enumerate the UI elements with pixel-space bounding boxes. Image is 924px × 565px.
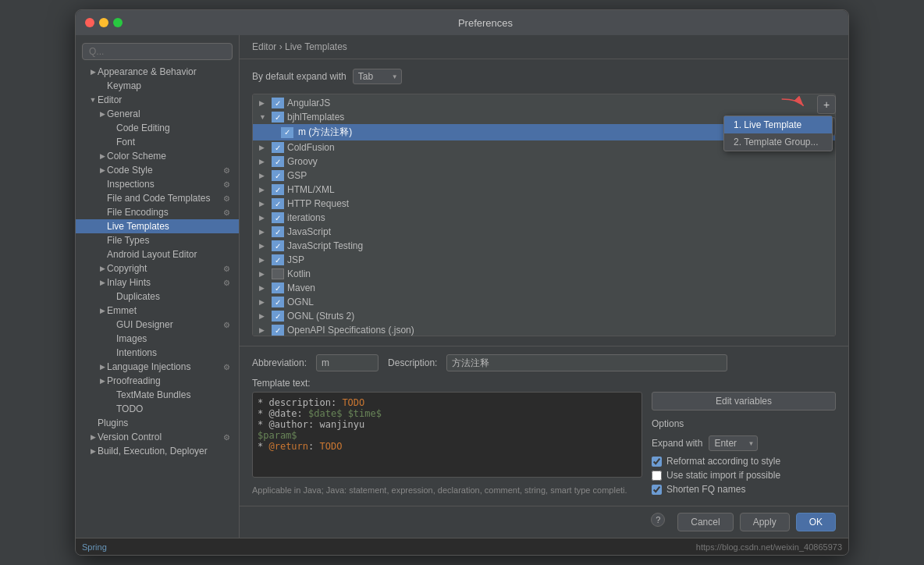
checkbox-ognl-struts[interactable]: ✓ [272,311,284,322]
help-button[interactable]: ? [651,513,665,527]
checkbox-kotlin[interactable] [272,268,284,279]
sidebar-item-appearance[interactable]: ▶ Appearance & Behavior [76,65,239,79]
arrow-icon [107,334,116,343]
bottom-section: Abbreviation: Description: Template text… [240,346,848,506]
template-group-html-xml[interactable]: ▶ ✓ HTML/XML [253,183,835,197]
sidebar-item-plugins[interactable]: Plugins [76,416,239,430]
template-group-angularjs[interactable]: ▶ ✓ AngularJS [253,96,835,110]
checkbox-iterations[interactable]: ✓ [272,212,284,223]
group-label: JavaScript [287,226,331,237]
template-group-iterations[interactable]: ▶ ✓ iterations [253,211,835,225]
checkbox-m[interactable]: ✓ [281,127,293,138]
sidebar-item-duplicates[interactable]: Duplicates [76,290,239,304]
sidebar-item-language-injections[interactable]: ▶ Language Injections ⚙ [76,360,239,374]
sidebar-item-inlay-hints[interactable]: ▶ Inlay Hints ⚙ [76,275,239,290]
checkbox-shorten-fq[interactable] [652,485,662,495]
template-group-http-request[interactable]: ▶ ✓ HTTP Request [253,197,835,211]
group-label: ColdFusion [287,142,335,153]
sidebar-item-images[interactable]: Images [76,332,239,346]
spring-label: Spring [76,542,113,552]
dropdown-item-live-template[interactable]: 1. Live Template [724,116,832,133]
template-group-jsp[interactable]: ▶ ✓ JSP [253,253,835,267]
checkbox-angularjs[interactable]: ✓ [272,98,284,108]
maximize-button[interactable] [113,18,123,27]
arrow-icon: ▶ [259,242,268,250]
ok-button[interactable]: OK [796,513,836,531]
template-group-javascript[interactable]: ▶ ✓ JavaScript [253,225,835,239]
checkbox-bjhl[interactable]: ✓ [272,112,284,123]
arrow-icon [98,208,107,217]
template-group-javascript-testing[interactable]: ▶ ✓ JavaScript Testing [253,239,835,253]
gear-icon: ⚙ [223,432,233,442]
sidebar: ▶ Appearance & Behavior Keymap ▼ Editor … [76,35,240,538]
arrow-icon: ▶ [259,270,268,278]
expand-with-label: Expand with [652,438,702,449]
description-input[interactable] [446,354,727,371]
checkbox-maven[interactable]: ✓ [272,282,284,293]
arrow-icon: ▶ [98,109,107,119]
checkbox-javascript[interactable]: ✓ [272,226,284,237]
template-line-3: * @author: wanjinyu [258,419,637,430]
item-label: m (方法注释) [298,126,352,139]
dropdown-item-template-group[interactable]: 2. Template Group... [724,133,832,151]
sidebar-item-version-control[interactable]: ▶ Version Control ⚙ [76,430,239,444]
template-group-ognl-struts[interactable]: ▶ ✓ OGNL (Struts 2) [253,309,835,323]
checkbox-groovy[interactable]: ✓ [272,156,284,167]
template-group-ognl[interactable]: ▶ ✓ OGNL [253,295,835,309]
search-input[interactable] [82,43,233,60]
template-group-maven[interactable]: ▶ ✓ Maven [253,281,835,295]
sidebar-item-proofreading[interactable]: ▶ Proofreading [76,374,239,388]
expand-select[interactable]: Tab Enter Space [353,69,402,84]
gear-icon: ⚙ [223,208,233,217]
sidebar-item-live-templates[interactable]: Live Templates [76,219,239,233]
sidebar-item-inspections[interactable]: Inspections ⚙ [76,177,239,191]
sidebar-item-file-encodings[interactable]: File Encodings ⚙ [76,205,239,219]
sidebar-item-font[interactable]: Font [76,135,239,149]
sidebar-item-file-code-templates[interactable]: File and Code Templates ⚙ [76,191,239,205]
template-group-kotlin[interactable]: ▶ Kotlin [253,267,835,281]
checkbox-http-request[interactable]: ✓ [272,198,284,209]
sidebar-item-keymap[interactable]: Keymap [76,79,239,93]
expand-with-select[interactable]: Enter Tab Space [709,435,758,451]
apply-button[interactable]: Apply [740,513,790,531]
sidebar-item-intentions[interactable]: Intentions [76,346,239,360]
group-label: Groovy [287,156,318,167]
checkbox-html-xml[interactable]: ✓ [272,184,284,195]
sidebar-item-file-types[interactable]: File Types [76,233,239,247]
checkbox-reformat[interactable] [652,457,662,467]
abbreviation-input[interactable] [316,354,378,371]
checkbox-coldfusion[interactable]: ✓ [272,142,284,153]
checkbox-static-import-row: Use static import if possible [652,470,836,481]
sidebar-item-editor[interactable]: ▼ Editor [76,93,239,107]
checkbox-openapi-json[interactable]: ✓ [272,325,284,336]
sidebar-item-code-editing[interactable]: Code Editing [76,121,239,135]
cancel-button[interactable]: Cancel [677,513,733,531]
template-group-groovy[interactable]: ▶ ✓ Groovy [253,155,835,169]
checkbox-shorten-fq-label: Shorten FQ names [666,484,745,495]
sidebar-item-color-scheme[interactable]: ▶ Color Scheme [76,149,239,163]
minimize-button[interactable] [99,18,108,27]
checkbox-jsp[interactable]: ✓ [272,254,284,265]
sidebar-item-build-execution[interactable]: ▶ Build, Execution, Deployer [76,444,239,458]
sidebar-item-textmate-bundles[interactable]: TextMate Bundles [76,388,239,402]
add-button[interactable]: + [817,95,836,114]
checkbox-gsp[interactable]: ✓ [272,170,284,181]
template-text-display[interactable]: * description: TODO * @date: $date$ $tim… [252,392,642,478]
sidebar-item-android-layout-editor[interactable]: Android Layout Editor [76,247,239,261]
edit-variables-button[interactable]: Edit variables [652,392,836,410]
sidebar-item-todo[interactable]: TODO [76,402,239,416]
sidebar-item-code-style[interactable]: ▶ Code Style ⚙ [76,163,239,177]
checkbox-static-import[interactable] [652,471,662,481]
checkbox-ognl[interactable]: ✓ [272,297,284,307]
gear-icon: ⚙ [223,278,233,287]
template-group-gsp[interactable]: ▶ ✓ GSP [253,169,835,183]
sidebar-item-emmet[interactable]: ▶ Emmet [76,304,239,318]
dialog-title: Preferences [132,17,839,29]
gear-icon: ⚙ [223,165,233,175]
sidebar-item-gui-designer[interactable]: GUI Designer ⚙ [76,318,239,332]
close-button[interactable] [85,18,94,27]
template-group-openapi-json[interactable]: ▶ ✓ OpenAPI Specifications (.json) [253,323,835,336]
sidebar-item-copyright[interactable]: ▶ Copyright ⚙ [76,261,239,275]
sidebar-item-general[interactable]: ▶ General [76,107,239,121]
checkbox-javascript-testing[interactable]: ✓ [272,240,284,251]
